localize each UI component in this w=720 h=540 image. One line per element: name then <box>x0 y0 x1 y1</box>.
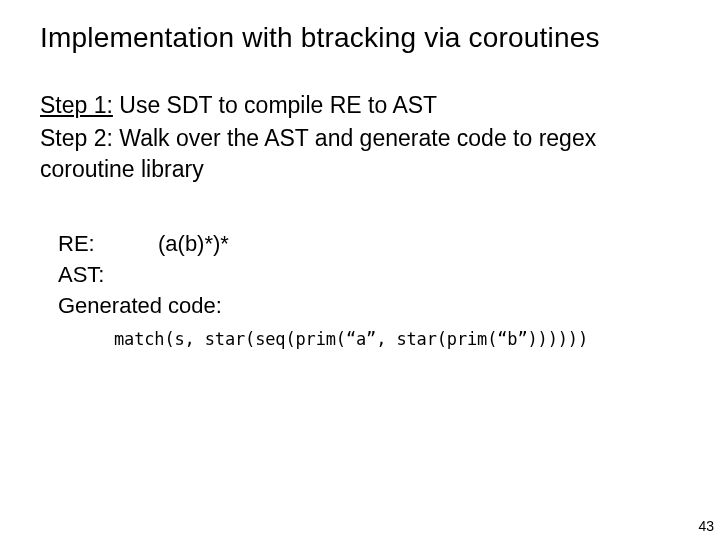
re-value: (a(b)*)* <box>158 229 229 260</box>
re-row: RE: (a(b)*)* <box>58 229 680 260</box>
step1-rest: Use SDT to compile RE to AST <box>113 92 437 118</box>
generated-code: match(s, star(seq(prim(“a”, star(prim(“b… <box>58 328 680 352</box>
body-line-2: Step 2: Walk over the AST and generate c… <box>40 123 680 154</box>
page-number: 43 <box>698 518 714 534</box>
slide-title: Implementation with btracking via corout… <box>40 22 680 54</box>
body-line-3: coroutine library <box>40 154 680 185</box>
re-label: RE: <box>58 229 158 260</box>
sub-section: RE: (a(b)*)* AST: Generated code: match(… <box>40 229 680 351</box>
step1-underline: Step 1: <box>40 92 113 118</box>
ast-row: AST: <box>58 260 680 291</box>
body-line-1: Step 1: Use SDT to compile RE to AST <box>40 90 680 121</box>
ast-label: AST: <box>58 260 158 291</box>
slide: Implementation with btracking via corout… <box>0 0 720 351</box>
gen-label: Generated code: <box>58 291 680 322</box>
slide-body: Step 1: Use SDT to compile RE to AST Ste… <box>40 90 680 185</box>
